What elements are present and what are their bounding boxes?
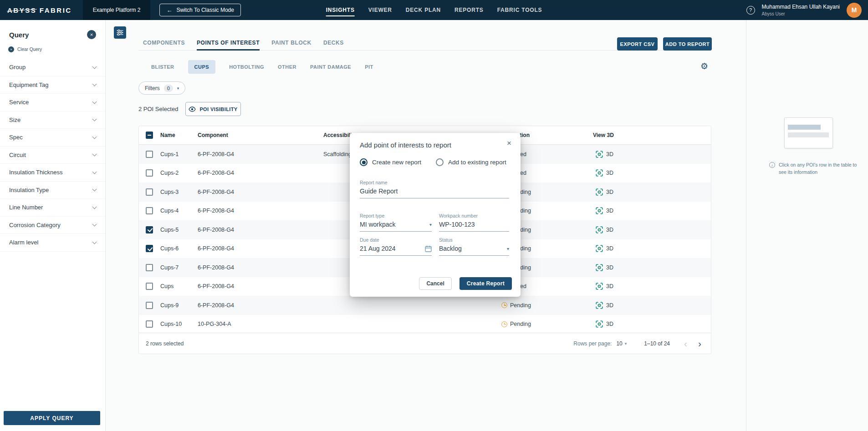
radio-create-new-report[interactable]: Create new report <box>360 158 421 166</box>
subtab-blister[interactable]: BLISTER <box>151 64 174 70</box>
next-page-button[interactable]: › <box>696 339 704 348</box>
calendar-icon[interactable] <box>425 245 432 252</box>
chevron-down-icon: ▾ <box>177 86 179 91</box>
view-3d-button[interactable]: 3D <box>596 207 613 214</box>
add-poi-to-report-modal: Add point of interests to report × Creat… <box>350 133 521 297</box>
report-type-select[interactable]: Report type MI workpack ▾ <box>360 213 432 232</box>
sidebar-item-size[interactable]: Size <box>0 112 105 129</box>
poi-visibility-button[interactable]: POI VISIBILITY <box>185 102 241 116</box>
help-icon[interactable]: ? <box>746 6 755 15</box>
sidebar-item-service[interactable]: Service <box>0 94 105 112</box>
view-3d-button[interactable]: 3D <box>596 169 613 177</box>
status-select[interactable]: Status Backlog ▾ <box>439 237 509 256</box>
view-3d-button[interactable]: 3D <box>596 226 613 233</box>
row-checkbox[interactable] <box>146 226 153 233</box>
nav-item-viewer[interactable]: VIEWER <box>368 0 392 20</box>
row-checkbox[interactable] <box>146 151 153 158</box>
row-checkbox[interactable] <box>146 264 153 271</box>
table-row[interactable]: Cups-1010-PG-304-APending3D <box>139 315 711 334</box>
previous-page-button[interactable]: ‹ <box>682 339 689 348</box>
top-navbar: ABYSS FABRIC Example Platform 2 ← Switch… <box>0 0 868 20</box>
apply-query-button[interactable]: APPLY QUERY <box>4 411 100 425</box>
sidebar-item-equipment-tag[interactable]: Equipment Tag <box>0 76 105 94</box>
subtab-hotbolting[interactable]: HOTBOLTING <box>229 64 264 70</box>
create-report-button[interactable]: Create Report <box>460 277 512 290</box>
filter-label: Size <box>9 117 20 123</box>
view-3d-button[interactable]: 3D <box>596 151 613 158</box>
view-3d-button[interactable]: 3D <box>596 320 613 328</box>
sidebar-item-insulation-thickness[interactable]: Insulation Thickness <box>0 164 105 182</box>
sidebar-item-corrosion-category[interactable]: Corrosion Category <box>0 217 105 234</box>
filter-label: Insulation Type <box>9 187 49 193</box>
workpack-number-input[interactable]: Workpack number WP-100-123 <box>439 213 509 232</box>
view-3d-icon <box>596 151 603 158</box>
view-3d-button[interactable]: 3D <box>596 302 613 309</box>
chevron-down-icon: ▾ <box>507 246 509 251</box>
view-3d-button[interactable]: 3D <box>596 188 613 196</box>
tab-paint-block[interactable]: PAINT BLOCK <box>271 36 311 50</box>
add-to-report-button[interactable]: ADD TO REPORT <box>663 37 712 51</box>
filter-label: Group <box>9 64 26 71</box>
view-3d-button[interactable]: 3D <box>596 245 613 252</box>
sidebar-item-spec[interactable]: Spec <box>0 129 105 147</box>
query-toggle-button[interactable] <box>114 26 126 39</box>
sidebar-item-line-number[interactable]: Line Number <box>0 199 105 217</box>
filter-label: Corrosion Category <box>9 222 61 228</box>
rows-per-page-select[interactable]: 10 ▾ <box>616 340 627 347</box>
view-3d-icon <box>596 207 603 214</box>
row-checkbox[interactable] <box>146 283 153 290</box>
subtab-other[interactable]: OTHER <box>278 64 296 70</box>
row-checkbox[interactable] <box>146 302 153 309</box>
tab-points-of-interest[interactable]: POINTS OF INTEREST <box>197 36 260 50</box>
platform-tab[interactable]: Example Platform 2 <box>83 0 151 20</box>
select-all-checkbox[interactable] <box>146 132 153 139</box>
subtab-paint-damage[interactable]: PAINT DAMAGE <box>310 64 351 70</box>
switch-classic-mode-button[interactable]: ← Switch To Classic Mode <box>159 4 241 16</box>
nav-item-insights[interactable]: INSIGHTS <box>326 0 355 20</box>
cell-component: 6-PF-2008-G4 <box>198 227 234 233</box>
view-3d-button[interactable]: 3D <box>596 264 613 271</box>
close-query-icon[interactable]: × <box>87 30 96 39</box>
radio-selected-icon <box>360 158 368 166</box>
column-component[interactable]: Component <box>198 132 228 138</box>
sidebar-item-circuit[interactable]: Circuit <box>0 147 105 164</box>
view-3d-icon <box>596 302 603 309</box>
row-checkbox[interactable] <box>146 320 153 328</box>
nav-item-deck-plan[interactable]: DECK PLAN <box>406 0 441 20</box>
row-checkbox[interactable] <box>146 245 153 252</box>
sidebar-item-group[interactable]: Group <box>0 59 105 76</box>
view-3d-button[interactable]: 3D <box>596 283 613 290</box>
brand-logo[interactable]: ABYSS FABRIC <box>7 6 72 14</box>
avatar[interactable]: M <box>847 3 862 18</box>
sidebar-item-alarm-level[interactable]: Alarm level <box>0 234 105 252</box>
nav-item-reports[interactable]: REPORTS <box>454 0 484 20</box>
due-date-input[interactable]: Due date 21 Aug 2024 <box>360 237 432 256</box>
gear-icon[interactable]: ⚙ <box>700 62 708 71</box>
cell-component: 6-PF-2008-G4 <box>198 170 234 176</box>
nav-item-fabric-tools[interactable]: FABRIC TOOLS <box>497 0 542 20</box>
cancel-button[interactable]: Cancel <box>419 277 451 290</box>
filters-dropdown[interactable]: Filters 0 ▾ <box>138 81 185 95</box>
tab-components[interactable]: COMPONENTS <box>143 36 185 50</box>
table-row[interactable]: Cups-96-PF-2008-G4Pending3D <box>139 296 711 315</box>
column-name[interactable]: Name <box>160 132 175 138</box>
radio-unselected-icon <box>436 158 444 166</box>
subtab-pit[interactable]: PIT <box>365 64 373 70</box>
row-checkbox[interactable] <box>146 207 153 214</box>
chevron-down-icon <box>92 187 97 192</box>
radio-add-to-existing-report[interactable]: Add to existing report <box>436 158 506 166</box>
report-name-input[interactable]: Report name Guide Report <box>360 180 509 198</box>
subtab-cups[interactable]: CUPS <box>188 60 216 74</box>
export-csv-button[interactable]: EXPORT CSV <box>617 37 658 51</box>
cell-component: 6-PF-2008-G4 <box>198 208 234 214</box>
close-icon[interactable]: × <box>507 139 511 147</box>
sidebar-item-insulation-type[interactable]: Insulation Type <box>0 182 105 199</box>
pending-clock-icon <box>501 321 507 327</box>
row-checkbox[interactable] <box>146 169 153 177</box>
column-view-3d[interactable]: View 3D <box>593 132 614 138</box>
clear-query-button[interactable]: × Clear Query <box>0 46 105 52</box>
user-role: Abyss User <box>762 11 840 16</box>
table-footer: 2 rows selected Rows per page: 10 ▾ 1–10… <box>139 333 711 354</box>
row-checkbox[interactable] <box>146 188 153 196</box>
tab-decks[interactable]: DECKS <box>323 36 344 50</box>
